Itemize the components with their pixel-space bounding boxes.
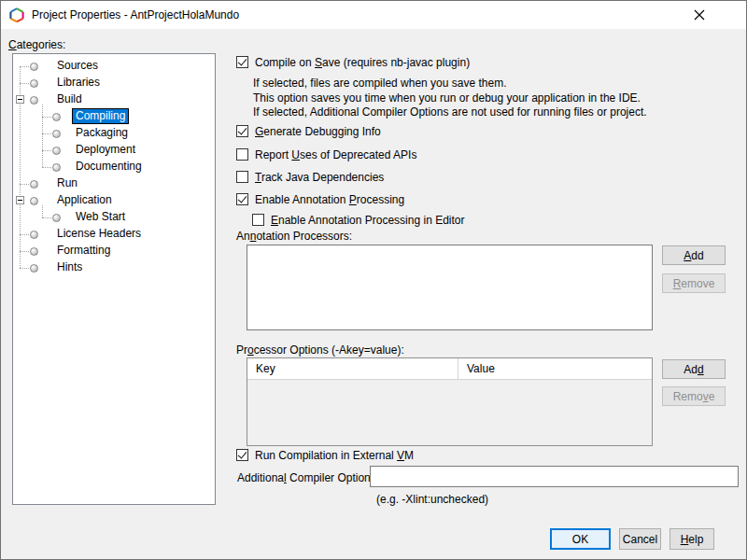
checkbox-report-deprecated-apis[interactable]: Report Uses of Deprecated APIs: [236, 148, 416, 161]
checkbox-compile-on-save[interactable]: Compile on Save (requires nb-javac plugi…: [236, 56, 470, 69]
processor-options-add-button[interactable]: Add: [662, 359, 726, 379]
tree-item-hints[interactable]: Hints: [13, 259, 215, 276]
checkbox-label: Enable Annotation Processing: [255, 193, 404, 206]
close-button[interactable]: [687, 6, 712, 24]
tree-connector: [20, 83, 29, 84]
description-line: This option saves you time when you run …: [253, 91, 647, 106]
tree-item-application[interactable]: Application: [13, 192, 215, 209]
tree-connector: [42, 217, 51, 218]
tree-node-icon: [30, 247, 38, 256]
checkbox-generate-debugging-info[interactable]: Generate Debugging Info: [236, 125, 381, 138]
tree-item-label: Run: [54, 176, 80, 190]
tree-item-label: Formatting: [54, 244, 113, 258]
tree-item-sources[interactable]: Sources: [13, 58, 215, 75]
help-button[interactable]: Help: [669, 528, 714, 550]
checkbox-label: Run Compilation in External VM: [255, 449, 414, 462]
tree-item-label: Documenting: [73, 160, 145, 174]
categories-label: Categories:: [8, 38, 65, 51]
checkbox-icon: [236, 125, 248, 137]
tree-connector: [42, 133, 51, 134]
checkbox-label: Compile on Save (requires nb-javac plugi…: [255, 56, 470, 69]
checkbox-label: Generate Debugging Info: [255, 125, 381, 138]
processor-options-table[interactable]: Key Value: [247, 357, 653, 446]
checkbox-icon: [236, 449, 248, 461]
categories-tree[interactable]: SourcesLibrariesBuildCompilingPackagingD…: [12, 53, 216, 505]
checkbox-enable-annotation-processing[interactable]: Enable Annotation Processing: [236, 193, 404, 206]
close-icon: [694, 9, 705, 21]
tree-node-icon: [52, 163, 61, 172]
tree-item-label: Build: [54, 92, 85, 106]
tree-item-documenting[interactable]: Documenting: [13, 159, 215, 175]
tree-item-label: Application: [54, 193, 115, 207]
checkbox-icon: [236, 193, 248, 205]
table-header-value[interactable]: Value: [458, 358, 652, 379]
checkbox-label: Track Java Dependencies: [255, 171, 384, 184]
tree-item-libraries[interactable]: Libraries: [13, 75, 215, 91]
window-title: Project Properties - AntProjectHolaMundo: [32, 8, 239, 21]
checkbox-icon: [236, 56, 248, 68]
annotation-processors-remove-button[interactable]: Remove: [662, 273, 726, 293]
ok-button[interactable]: OK: [550, 528, 611, 550]
tree-item-license-headers[interactable]: License Headers: [13, 226, 215, 243]
tree-item-packaging[interactable]: Packaging: [13, 125, 215, 142]
description-line: If selected, files are compiled when you…: [253, 77, 647, 91]
tree-node-icon: [30, 96, 38, 105]
tree-connector: [42, 117, 51, 118]
tree-connector: [20, 184, 29, 185]
processor-options-label: Processor Options (-Akey=value):: [236, 343, 404, 357]
tree-item-label: Deployment: [73, 143, 138, 157]
tree-node-icon: [30, 197, 38, 205]
categories-tree-rows: SourcesLibrariesBuildCompilingPackagingD…: [13, 58, 215, 276]
tree-node-icon: [30, 180, 38, 189]
netbeans-logo-icon: [9, 7, 24, 22]
tree-item-label: Sources: [54, 59, 101, 73]
processor-options-remove-button[interactable]: Remove: [662, 386, 726, 406]
annotation-processors-list[interactable]: [247, 245, 653, 330]
tree-node-icon: [30, 231, 38, 239]
tree-node-icon: [52, 147, 61, 155]
tree-node-icon: [30, 264, 38, 273]
tree-item-build[interactable]: Build: [13, 91, 215, 108]
tree-node-icon: [30, 79, 38, 88]
tree-item-label: Web Start: [73, 210, 128, 224]
project-properties-dialog: Project Properties - AntProjectHolaMundo…: [0, 0, 747, 560]
checkbox-icon: [236, 148, 248, 161]
tree-connector: [20, 234, 29, 235]
tree-item-label: Packaging: [73, 126, 131, 140]
tree-connector: [20, 251, 29, 252]
checkbox-icon: [252, 214, 264, 226]
compile-on-save-description: If selected, files are compiled when you…: [253, 77, 647, 120]
title-bar[interactable]: Project Properties - AntProjectHolaMundo: [1, 1, 746, 29]
checkbox-label: Report Uses of Deprecated APIs: [255, 148, 416, 161]
tree-collapse-icon[interactable]: [16, 95, 24, 104]
checkbox-run-compilation-external-vm[interactable]: Run Compilation in External VM: [236, 449, 414, 462]
tree-node-icon: [30, 63, 38, 71]
tree-item-label: Compiling: [73, 109, 128, 123]
table-header-row: Key Value: [247, 358, 652, 380]
description-line: If selected, Additional Compiler Options…: [253, 105, 647, 120]
tree-item-compiling[interactable]: Compiling: [13, 108, 215, 125]
cancel-button[interactable]: Cancel: [619, 528, 661, 550]
checkbox-enable-annotation-processing-in-editor[interactable]: Enable Annotation Processing in Editor: [252, 214, 464, 227]
tree-node-icon: [52, 214, 61, 222]
additional-compiler-options-label: Additional Compiler Options:: [237, 471, 379, 484]
tree-node-icon: [52, 130, 61, 138]
additional-compiler-options-input[interactable]: [370, 466, 739, 487]
tree-connector: [42, 167, 51, 168]
annotation-processors-label: Annotation Processors:: [236, 230, 352, 243]
tree-item-formatting[interactable]: Formatting: [13, 243, 215, 259]
checkbox-track-java-dependencies[interactable]: Track Java Dependencies: [236, 171, 384, 184]
table-header-key[interactable]: Key: [247, 358, 458, 379]
tree-node-icon: [52, 113, 61, 121]
tree-item-label: Libraries: [54, 76, 103, 90]
tree-item-web-start[interactable]: Web Start: [13, 209, 215, 226]
checkbox-label: Enable Annotation Processing in Editor: [271, 214, 464, 227]
tree-collapse-icon[interactable]: [16, 196, 24, 204]
tree-item-label: License Headers: [54, 227, 144, 241]
tree-item-deployment[interactable]: Deployment: [13, 142, 215, 159]
tree-connector: [20, 66, 29, 67]
compiler-options-hint: (e.g. -Xlint:unchecked): [376, 493, 488, 506]
tree-item-label: Hints: [54, 260, 85, 274]
tree-item-run[interactable]: Run: [13, 175, 215, 192]
annotation-processors-add-button[interactable]: Add: [662, 245, 726, 265]
